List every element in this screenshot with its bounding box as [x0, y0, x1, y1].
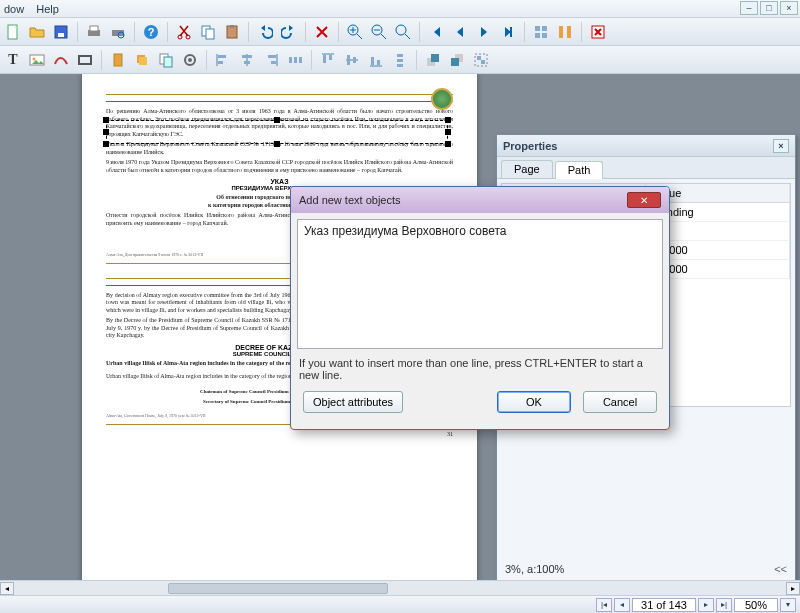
prop-extra-row[interactable]: 3%, a:100%<<: [497, 561, 795, 577]
scroll-thumb[interactable]: [168, 583, 388, 594]
grid-button[interactable]: [530, 21, 552, 43]
nav-next-page-button[interactable]: ▸: [698, 598, 714, 612]
scroll-right-button[interactable]: ▸: [786, 582, 800, 595]
align-right-button[interactable]: [260, 49, 282, 71]
image-tool-button[interactable]: [26, 49, 48, 71]
align-center-icon: [239, 52, 255, 68]
undo-icon: [257, 24, 273, 40]
new-button[interactable]: [2, 21, 24, 43]
prev-icon: [452, 24, 468, 40]
bring-forward-button[interactable]: [422, 49, 444, 71]
rect-button[interactable]: [74, 49, 96, 71]
doc-body-3: 9 июля 1970 года Указом Президиума Верхо…: [106, 159, 453, 174]
redo-button[interactable]: [278, 21, 300, 43]
align-top-icon: [320, 52, 336, 68]
svg-rect-21: [542, 33, 547, 38]
undo-button[interactable]: [254, 21, 276, 43]
object-attributes-button[interactable]: Object attributes: [303, 391, 403, 413]
dialog-close-button[interactable]: ✕: [627, 192, 661, 208]
menu-window[interactable]: dow: [4, 3, 24, 15]
svg-rect-45: [329, 55, 332, 60]
sel-handle-ne[interactable]: [445, 117, 451, 123]
layers-icon: [134, 52, 150, 68]
window-minimize-button[interactable]: –: [740, 1, 758, 15]
paste-button[interactable]: [221, 21, 243, 43]
seal-image: [431, 88, 453, 110]
window-close-button[interactable]: ×: [780, 1, 798, 15]
first-icon: [428, 24, 444, 40]
doc-button[interactable]: [107, 49, 129, 71]
group-button[interactable]: [470, 49, 492, 71]
zoom-in-button[interactable]: [344, 21, 366, 43]
page-number-field[interactable]: [632, 598, 696, 612]
horizontal-scrollbar[interactable]: ◂ ▸: [0, 580, 800, 595]
align-left-button[interactable]: [212, 49, 234, 71]
print-preview-button[interactable]: [107, 21, 129, 43]
tab-path[interactable]: Path: [555, 161, 604, 179]
nav-prev-page-button[interactable]: ◂: [614, 598, 630, 612]
sel-handle-sw[interactable]: [103, 141, 109, 147]
copy-button[interactable]: [197, 21, 219, 43]
columns-button[interactable]: [554, 21, 576, 43]
nav-last-page-button[interactable]: ▸|: [716, 598, 732, 612]
zoom-dropdown-button[interactable]: ▾: [780, 598, 796, 612]
menu-help[interactable]: Help: [36, 3, 59, 15]
zoom-field[interactable]: [734, 598, 778, 612]
dist-h-button[interactable]: [284, 49, 306, 71]
align-left-icon: [215, 52, 231, 68]
sel-handle-n[interactable]: [274, 117, 280, 123]
zoom-out-icon: [371, 24, 387, 40]
cut-button[interactable]: [173, 21, 195, 43]
text-icon: T: [8, 52, 17, 68]
nav-next-button[interactable]: [497, 21, 519, 43]
properties-close-button[interactable]: ×: [773, 139, 789, 153]
layers-button[interactable]: [131, 49, 153, 71]
help-button[interactable]: ?: [140, 21, 162, 43]
chevron-left-icon[interactable]: <<: [774, 563, 787, 575]
svg-point-26: [33, 57, 36, 60]
cancel-button[interactable]: Cancel: [583, 391, 657, 413]
print-button[interactable]: [83, 21, 105, 43]
duplicate-button[interactable]: [155, 49, 177, 71]
svg-rect-40: [271, 61, 276, 64]
scroll-left-button[interactable]: ◂: [0, 582, 14, 595]
nav-first-button[interactable]: [425, 21, 447, 43]
sel-handle-se[interactable]: [445, 141, 451, 147]
nav-play-button[interactable]: [473, 21, 495, 43]
svg-rect-20: [535, 33, 540, 38]
sel-handle-s[interactable]: [274, 141, 280, 147]
svg-point-34: [188, 58, 192, 62]
delete-button[interactable]: [311, 21, 333, 43]
align-bottom-button[interactable]: [365, 49, 387, 71]
nav-first-page-button[interactable]: |◂: [596, 598, 612, 612]
align-top-button[interactable]: [317, 49, 339, 71]
columns-icon: [557, 24, 573, 40]
zoom-fit-button[interactable]: [392, 21, 414, 43]
align-center-button[interactable]: [236, 49, 258, 71]
window-maximize-button[interactable]: □: [760, 1, 778, 15]
grid-icon: [533, 24, 549, 40]
open-button[interactable]: [26, 21, 48, 43]
dialog-text-input[interactable]: [297, 219, 663, 349]
save-button[interactable]: [50, 21, 72, 43]
freehand-button[interactable]: [50, 49, 72, 71]
dist-v-button[interactable]: [389, 49, 411, 71]
ok-button[interactable]: OK: [497, 391, 571, 413]
settings-button[interactable]: [179, 49, 201, 71]
nav-prev-button[interactable]: [449, 21, 471, 43]
svg-rect-28: [114, 54, 122, 66]
dialog-hint: If you want to insert more than one line…: [299, 357, 661, 381]
tab-page[interactable]: Page: [501, 160, 553, 178]
sel-handle-nw[interactable]: [103, 117, 109, 123]
play-icon: [476, 24, 492, 40]
svg-rect-36: [218, 61, 223, 64]
send-backward-button[interactable]: [446, 49, 468, 71]
sel-handle-w[interactable]: [103, 129, 109, 135]
svg-rect-27: [79, 56, 91, 64]
align-middle-button[interactable]: [341, 49, 363, 71]
zoom-out-button[interactable]: [368, 21, 390, 43]
sel-handle-e[interactable]: [445, 129, 451, 135]
svg-rect-51: [397, 59, 403, 62]
close-doc-button[interactable]: [587, 21, 609, 43]
text-tool-button[interactable]: T: [2, 49, 24, 71]
